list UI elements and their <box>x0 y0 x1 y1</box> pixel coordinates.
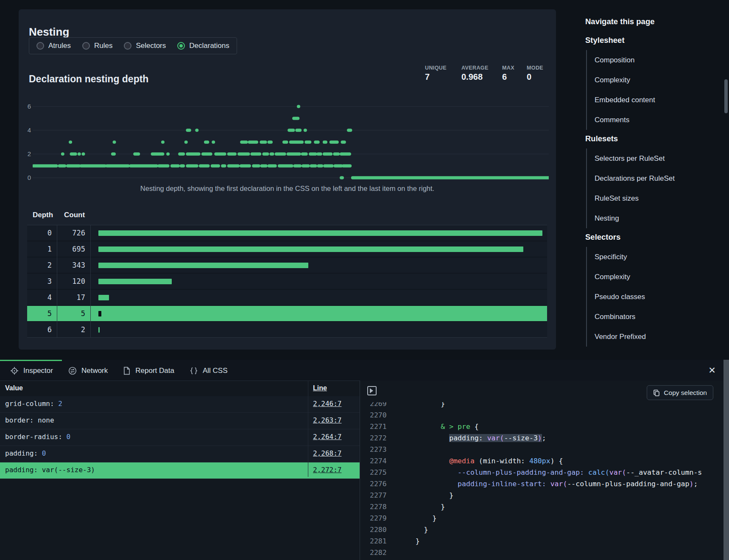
stat-mode: MODE 0 <box>527 65 543 82</box>
nav-group: CompositionComplexityEmbedded contentCom… <box>586 50 717 130</box>
radio-icon <box>36 42 44 50</box>
tab-report-data[interactable]: Report Data <box>123 367 174 375</box>
nesting-panel: Nesting Atrules Rules Selectors Declarat… <box>19 9 556 350</box>
code-token <box>546 480 550 488</box>
nav-section-selectors[interactable]: Selectors <box>585 232 717 245</box>
col-header-value: Value <box>5 384 23 392</box>
code-token: --column-plus-padding-and-gap: <box>458 468 584 476</box>
radio-label: Rules <box>94 42 112 50</box>
sidebar-item-comments[interactable]: Comments <box>595 110 717 130</box>
copy-selection-button[interactable]: Copy selection <box>647 385 713 400</box>
code-token: var( <box>487 434 504 442</box>
line-link[interactable]: 2,272:7 <box>313 466 341 474</box>
nav-section-rulesets[interactable]: Rulesets <box>585 134 717 147</box>
chart-caption: Nesting depth, showing the first declara… <box>19 185 556 193</box>
sidebar-item-combinators[interactable]: Combinators <box>595 307 717 327</box>
code-token: } <box>424 526 428 534</box>
panel-toggle-icon[interactable] <box>367 386 377 395</box>
code-token: & > pre <box>441 423 470 431</box>
line-number: 2277 <box>370 490 392 501</box>
code-token: --column-plus-padding-and-gap <box>567 480 689 488</box>
code-line-2279: 2279 } <box>360 512 723 524</box>
bar-cell <box>90 311 547 316</box>
code-text: } <box>399 526 428 534</box>
tab-inspector[interactable]: Inspector <box>10 367 53 375</box>
code-token: padding-inline-start: <box>458 480 546 488</box>
y-axis-tick: 6 <box>19 103 31 110</box>
count-cell: 120 <box>57 277 90 286</box>
depth-cell: 1 <box>27 245 57 253</box>
nav-section-stylesheet[interactable]: Stylesheet <box>585 36 717 48</box>
radio-icon <box>177 42 185 50</box>
code-scrollbar-thumb[interactable] <box>723 360 729 560</box>
tab-label: Inspector <box>23 367 53 375</box>
col-header-line[interactable]: Line <box>313 384 327 392</box>
code-line-2273: 2273 <box>360 444 723 455</box>
code-token: var( <box>550 480 567 488</box>
code-line-2274: 2274 @media (min-width: 480px) { <box>360 455 723 467</box>
depth-row-1[interactable]: 1695 <box>27 241 547 257</box>
tab-all-css[interactable]: All CSS <box>190 367 228 375</box>
line-link[interactable]: 2,246:7 <box>313 400 341 408</box>
bar-cell <box>90 327 547 333</box>
radio-atrules[interactable]: Atrules <box>36 42 71 50</box>
value-row[interactable]: border: none2,263:7 <box>0 413 360 429</box>
chart-title: Declaration nesting depth <box>29 73 148 85</box>
sidebar-item-declarations-per-ruleset[interactable]: Declarations per RuleSet <box>595 168 717 188</box>
tab-network[interactable]: Network <box>68 367 108 375</box>
value-row[interactable]: padding: 02,268:7 <box>0 446 360 462</box>
sidebar-item-complexity[interactable]: Complexity <box>595 267 717 287</box>
tab-label: Network <box>81 367 108 375</box>
y-axis-tick: 2 <box>19 150 31 157</box>
line-number: 2280 <box>370 524 392 535</box>
css-value: 0 <box>42 449 46 457</box>
inspector-tabbar: Inspector Network Report Data <box>0 360 729 381</box>
code-scroll-area[interactable]: 2269 }22702271 & > pre {2272 padding: va… <box>360 402 723 560</box>
sidebar-item-embedded-content[interactable]: Embedded content <box>595 90 717 110</box>
sidebar-item-composition[interactable]: Composition <box>595 50 717 70</box>
line-number: 2278 <box>370 501 392 512</box>
value-row[interactable]: border-radius: 02,264:7 <box>0 429 360 446</box>
value-row[interactable]: grid-column: 22,246:7 <box>0 396 360 413</box>
depth-cell: 5 <box>27 309 57 318</box>
code-text: --column-plus-padding-and-gap: calc(var(… <box>399 468 702 476</box>
sidebar-item-pseudo-classes[interactable]: Pseudo classes <box>595 287 717 307</box>
sidebar-item-selectors-per-ruleset[interactable]: Selectors per RuleSet <box>595 148 717 168</box>
tab-label: Report Data <box>135 367 174 375</box>
line-link[interactable]: 2,268:7 <box>313 449 341 457</box>
sidebar-item-complexity[interactable]: Complexity <box>595 70 717 90</box>
code-token: calc( <box>588 468 609 476</box>
page-scrollbar-thumb[interactable] <box>724 79 728 113</box>
code-line-2270: 2270 <box>360 409 723 421</box>
depth-row-6[interactable]: 62 <box>27 321 547 337</box>
line-link[interactable]: 2,264:7 <box>313 433 341 441</box>
close-icon[interactable]: ✕ <box>707 365 718 376</box>
line-number: 2272 <box>370 432 392 444</box>
radio-rules[interactable]: Rules <box>82 42 112 50</box>
code-token: ) { <box>550 457 563 465</box>
panel-title: Nesting <box>29 25 69 39</box>
sidebar-item-nesting[interactable]: Nesting <box>595 208 717 228</box>
depth-row-0[interactable]: 0726 <box>27 225 547 241</box>
code-viewer[interactable]: Copy selection 2269 }22702271 & > pre {2… <box>360 381 723 560</box>
radio-declarations[interactable]: Declarations <box>177 42 229 50</box>
nav-sections: StylesheetCompositionComplexityEmbedded … <box>585 36 717 347</box>
code-text: @media (min-width: 480px) { <box>399 457 563 465</box>
count-cell: 17 <box>57 293 90 302</box>
depth-row-5[interactable]: 55 <box>27 305 547 321</box>
sidebar-item-vendor-prefixed[interactable]: Vendor Prefixed <box>595 327 717 347</box>
line-link[interactable]: 2,263:7 <box>313 416 341 424</box>
stat-value: 6 <box>502 72 514 82</box>
value-row[interactable]: padding: var(--size-3)2,272:7 <box>0 462 360 479</box>
sidebar-item-specificity[interactable]: Specificity <box>595 247 717 267</box>
radio-selectors[interactable]: Selectors <box>124 42 166 50</box>
app: Nesting Atrules Rules Selectors Declarat… <box>0 0 729 560</box>
depth-row-2[interactable]: 2343 <box>27 257 547 273</box>
depth-row-3[interactable]: 3120 <box>27 273 547 289</box>
css-declaration: padding: 0 <box>5 449 46 457</box>
depth-cell: 6 <box>27 325 57 334</box>
inspector-panel: Inspector Network Report Data <box>0 360 729 560</box>
y-axis-tick: 4 <box>19 126 31 134</box>
sidebar-item-ruleset-sizes[interactable]: RuleSet sizes <box>595 188 717 208</box>
depth-row-4[interactable]: 417 <box>27 289 547 305</box>
